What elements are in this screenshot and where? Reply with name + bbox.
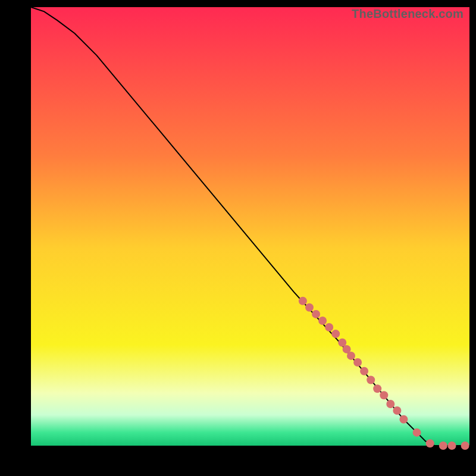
marker-dot	[360, 367, 368, 375]
marker-dot	[380, 391, 388, 399]
marker-dot	[413, 428, 421, 437]
curve-path	[31, 7, 469, 446]
marker-dot	[312, 310, 320, 318]
marker-dot	[353, 358, 362, 367]
marker-dot	[386, 400, 394, 408]
marker-dot	[373, 384, 381, 393]
marker-dot	[461, 441, 469, 450]
marker-dot	[325, 323, 333, 331]
chart-svg	[31, 7, 469, 446]
marker-dot	[426, 439, 434, 447]
marker-group	[299, 297, 469, 450]
chart-frame: TheBottleneck.com	[0, 0, 476, 476]
marker-dot	[347, 352, 355, 360]
marker-dot	[393, 406, 401, 415]
marker-dot	[299, 297, 307, 305]
marker-dot	[331, 330, 340, 338]
plot-area: TheBottleneck.com	[31, 7, 469, 446]
marker-dot	[367, 376, 375, 384]
marker-dot	[448, 441, 456, 450]
marker-dot	[318, 317, 327, 325]
marker-dot	[305, 303, 314, 312]
marker-dot	[399, 415, 408, 424]
marker-dot	[439, 441, 447, 450]
